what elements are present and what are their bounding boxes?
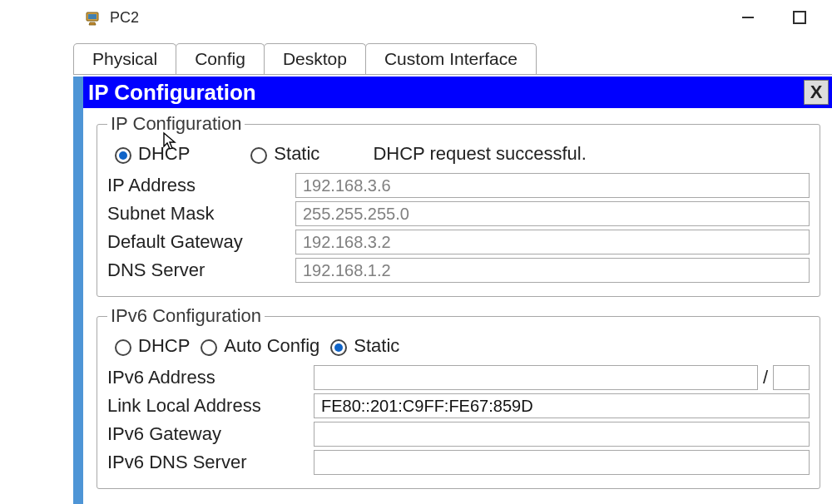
window-title: PC2	[110, 9, 139, 27]
dns-server-label: DNS Server	[107, 259, 295, 281]
ipv4-fieldset: IP Configuration DHCP Static DHCP reques…	[97, 113, 820, 297]
ipv4-static-label: Static	[274, 143, 319, 165]
ipv6-dhcp-option[interactable]: DHCP	[111, 335, 190, 357]
ip-address-row: IP Address	[107, 173, 810, 198]
ipv4-dhcp-option[interactable]: DHCP	[111, 143, 190, 165]
panel-close-button[interactable]: X	[804, 80, 829, 105]
ipv6-gateway-input[interactable]	[314, 422, 810, 447]
default-gateway-row: Default Gateway	[107, 230, 810, 254]
ipv4-static-option[interactable]: Static	[246, 143, 319, 165]
window-controls	[739, 8, 817, 27]
ipv4-legend: IP Configuration	[107, 113, 245, 135]
link-local-row: Link Local Address	[107, 393, 810, 418]
ipv4-mode-row: DHCP Static DHCP request successful.	[111, 143, 810, 165]
ipv6-static-option[interactable]: Static	[326, 335, 399, 357]
ip-address-input[interactable]	[295, 173, 810, 198]
ipv6-dns-label: IPv6 DNS Server	[107, 452, 314, 473]
minimize-button[interactable]	[739, 8, 757, 27]
ipv6-address-label: IPv6 Address	[107, 367, 314, 388]
panel-header: IP Configuration X	[83, 77, 832, 108]
ipv6-dhcp-radio[interactable]	[115, 339, 131, 356]
subnet-mask-label: Subnet Mask	[107, 203, 295, 225]
dns-server-row: DNS Server	[107, 258, 810, 283]
ipv4-dhcp-radio[interactable]	[115, 147, 131, 164]
pc-icon	[85, 8, 103, 27]
ipv6-gateway-row: IPv6 Gateway	[107, 422, 810, 447]
ip-address-label: IP Address	[107, 175, 295, 196]
ipv6-address-row: IPv6 Address /	[107, 365, 810, 390]
ipv6-fieldset: IPv6 Configuration DHCP Auto Config Stat…	[97, 305, 820, 489]
subnet-mask-row: Subnet Mask	[107, 201, 810, 226]
ipv6-address-input[interactable]	[314, 365, 758, 390]
ipv6-dhcp-label: DHCP	[138, 335, 190, 357]
ipv6-prefix-slash: /	[761, 367, 770, 388]
default-gateway-label: Default Gateway	[107, 231, 295, 253]
link-local-input[interactable]	[314, 393, 810, 418]
ipv6-gateway-label: IPv6 Gateway	[107, 423, 314, 445]
ipv4-dhcp-label: DHCP	[138, 143, 190, 165]
link-local-label: Link Local Address	[107, 395, 314, 417]
ipv6-dns-row: IPv6 DNS Server	[107, 450, 810, 475]
svg-rect-1	[88, 14, 97, 19]
tab-desktop[interactable]: Desktop	[264, 43, 366, 74]
ipv6-auto-option[interactable]: Auto Config	[196, 335, 319, 357]
tabstrip: Physical Config Desktop Custom Interface	[0, 38, 832, 73]
ipv6-prefix-input[interactable]	[773, 365, 810, 390]
ipv6-static-label: Static	[354, 335, 399, 357]
maximize-button[interactable]	[790, 8, 809, 27]
tab-physical[interactable]: Physical	[73, 43, 176, 74]
ipv6-dns-input[interactable]	[314, 450, 810, 475]
ipv6-static-radio[interactable]	[330, 339, 347, 356]
subnet-mask-input[interactable]	[295, 201, 810, 226]
pc2-window: PC2 Physical Config Desktop Custom Inter…	[0, 0, 832, 504]
ipv6-auto-radio[interactable]	[201, 339, 217, 356]
ipv6-mode-row: DHCP Auto Config Static	[111, 335, 810, 357]
desktop-client: IP Configuration X IP Configuration DHCP…	[73, 77, 832, 504]
ipv6-legend: IPv6 Configuration	[107, 305, 265, 327]
ipv6-auto-label: Auto Config	[224, 335, 319, 357]
close-icon: X	[810, 82, 823, 103]
dhcp-status: DHCP request successful.	[373, 143, 586, 165]
tab-underline	[73, 74, 832, 75]
titlebar: PC2	[0, 0, 832, 35]
dns-server-input[interactable]	[295, 258, 810, 283]
default-gateway-input[interactable]	[295, 230, 810, 254]
tab-custom-interface[interactable]: Custom Interface	[365, 43, 537, 74]
panel-title: IP Configuration	[88, 80, 256, 106]
ipv4-static-radio[interactable]	[250, 147, 267, 164]
tab-config[interactable]: Config	[176, 43, 265, 74]
